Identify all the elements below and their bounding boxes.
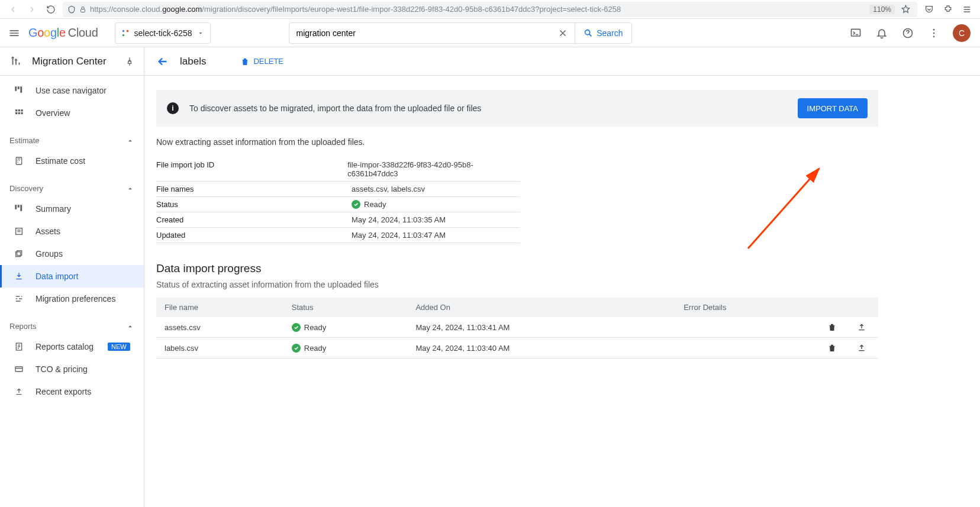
nav-heading-discovery[interactable]: Discovery <box>0 179 144 198</box>
nav-heading-reports[interactable]: Reports <box>0 317 144 335</box>
cell-errors <box>675 338 819 359</box>
banner-message: To discover assets to be migrated, impor… <box>189 104 787 113</box>
svg-point-8 <box>933 32 935 34</box>
search-button[interactable]: Search <box>575 22 631 44</box>
pin-icon[interactable] <box>125 57 134 66</box>
upload-row-button[interactable] <box>857 343 870 353</box>
cell-added: May 24, 2024, 11:03:40 AM <box>407 338 675 359</box>
dashboard-icon <box>13 85 25 96</box>
nav-label: Overview <box>36 108 70 118</box>
notifications-icon[interactable] <box>875 26 889 40</box>
nav-heading-estimate[interactable]: Estimate <box>0 131 144 150</box>
shield-icon <box>67 5 76 14</box>
user-avatar[interactable]: C <box>953 24 971 42</box>
project-icon <box>121 29 130 37</box>
success-icon <box>352 200 360 209</box>
nav-label: Recent exports <box>36 387 91 396</box>
nav-label: Summary <box>36 204 71 214</box>
svg-rect-12 <box>20 86 22 93</box>
nav-use-case-navigator[interactable]: Use case navigator <box>0 79 144 102</box>
info-icon: i <box>167 102 179 114</box>
nav-recent-exports[interactable]: Recent exports <box>0 380 144 403</box>
nav-summary[interactable]: Summary <box>0 198 144 220</box>
browser-reload-button[interactable] <box>44 2 58 17</box>
project-picker[interactable]: select-tick-6258 <box>115 22 211 44</box>
success-icon <box>292 323 301 332</box>
listbox-icon <box>13 225 25 237</box>
zoom-level[interactable]: 110% <box>869 5 895 14</box>
page-title: labels <box>180 56 206 67</box>
google-cloud-logo[interactable]: Google Cloud <box>28 26 98 40</box>
more-icon[interactable] <box>927 26 941 40</box>
svg-rect-13 <box>15 109 17 111</box>
migration-center-icon <box>9 55 22 68</box>
detail-label: Status <box>156 200 352 209</box>
nav-assets[interactable]: Assets <box>0 220 144 243</box>
cell-errors <box>675 317 819 338</box>
browser-menu-icon[interactable] <box>960 2 974 17</box>
svg-rect-0 <box>81 9 85 12</box>
nav-menu-button[interactable] <box>7 26 21 40</box>
svg-rect-25 <box>16 252 21 257</box>
browser-back-button[interactable] <box>6 2 20 17</box>
svg-rect-22 <box>20 205 22 211</box>
nav-groups[interactable]: Groups <box>0 243 144 265</box>
back-button[interactable] <box>156 55 169 68</box>
bookmark-icon[interactable] <box>898 2 913 17</box>
browser-extensions-icon[interactable] <box>941 2 955 17</box>
svg-rect-11 <box>18 86 20 89</box>
cell-filename: assets.csv <box>156 317 283 338</box>
svg-point-3 <box>122 34 124 36</box>
import-data-button[interactable]: IMPORT DATA <box>798 98 868 118</box>
clear-search-button[interactable] <box>551 28 575 38</box>
main-content: labels DELETE i To discover assets to be… <box>144 47 980 507</box>
sidebar: Migration Center Use case navigator Over… <box>0 47 144 507</box>
nav-label: Migration preferences <box>36 294 115 303</box>
detail-value: Ready <box>352 200 386 209</box>
col-errors: Error Details <box>675 298 819 317</box>
nav-reports-catalog[interactable]: Reports catalog NEW <box>0 335 144 358</box>
url-text: https://console.cloud.google.com/migrati… <box>90 5 866 14</box>
card-icon <box>13 363 25 375</box>
nav-tco-pricing[interactable]: TCO & pricing <box>0 358 144 380</box>
svg-point-7 <box>933 28 935 30</box>
browser-pocket-icon[interactable] <box>922 2 936 17</box>
browser-forward-button[interactable] <box>25 2 39 17</box>
extracting-status: Now extracting asset information from th… <box>156 137 878 147</box>
tune-icon <box>13 293 25 305</box>
nav-data-import[interactable]: Data import <box>0 265 144 288</box>
nav-label: Groups <box>36 249 63 259</box>
svg-rect-24 <box>17 251 22 256</box>
delete-row-button[interactable] <box>827 343 840 353</box>
nav-estimate-cost[interactable]: Estimate cost <box>0 150 144 172</box>
nav-label: Reports catalog <box>36 342 94 351</box>
browser-url-bar[interactable]: https://console.cloud.google.com/migrati… <box>63 2 917 17</box>
report-icon <box>13 341 25 353</box>
upload-row-button[interactable] <box>857 322 870 332</box>
detail-label: File import job ID <box>156 160 347 178</box>
delete-row-button[interactable] <box>827 322 840 332</box>
nav-label: Assets <box>36 227 60 236</box>
detail-label: Created <box>156 215 352 224</box>
detail-row: File names assets.csv, labels.csv <box>156 182 520 197</box>
nav-overview[interactable]: Overview <box>0 102 144 124</box>
svg-rect-20 <box>15 205 17 209</box>
cell-added: May 24, 2024, 11:03:41 AM <box>407 317 675 338</box>
stack-icon <box>13 248 25 260</box>
nav-label: Estimate cost <box>36 156 85 166</box>
cell-status: Ready <box>283 338 408 359</box>
detail-value: assets.csv, labels.csv <box>352 185 425 193</box>
cloud-shell-icon[interactable] <box>849 26 863 40</box>
dashboard-icon <box>13 203 25 215</box>
apps-icon <box>13 107 25 119</box>
detail-row: Updated May 24, 2024, 11:03:47 AM <box>156 228 520 243</box>
nav-migration-preferences[interactable]: Migration preferences <box>0 288 144 310</box>
progress-heading: Data import progress <box>156 262 878 275</box>
help-icon[interactable] <box>901 26 915 40</box>
project-name: select-tick-6258 <box>134 28 192 38</box>
detail-value: May 24, 2024, 11:03:35 AM <box>352 215 446 224</box>
delete-button[interactable]: DELETE <box>240 57 283 66</box>
col-filename: File name <box>156 298 283 317</box>
search-input[interactable] <box>289 28 552 38</box>
svg-rect-18 <box>21 112 22 114</box>
